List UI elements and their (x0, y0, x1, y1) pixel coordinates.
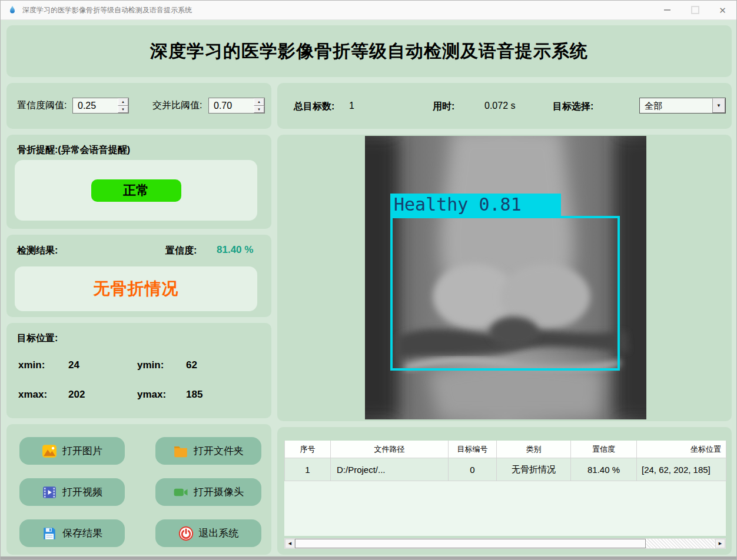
results-table: 序号 文件路径 目标编号 类别 置信度 坐标位置 1 D:/Project/..… (284, 441, 726, 481)
xray-image: Healthy 0.81 (365, 136, 646, 419)
power-icon (178, 526, 194, 541)
xmax-label: xmax: (18, 389, 47, 401)
confidence-threshold-spinner[interactable]: 0.25 ▲ ▼ (72, 98, 129, 114)
stats-panel: 总目标数: 1 用时: 0.072 s 目标选择: 全部 ▼ (277, 83, 732, 129)
page-title: 深度学习的医学影像骨折等级自动检测及语音提示系统 (150, 39, 588, 64)
open-image-button[interactable]: 打开图片 (19, 437, 125, 465)
image-icon (42, 444, 57, 459)
cell-category: 无骨折情况 (497, 458, 571, 481)
video-icon (42, 485, 57, 500)
actions-panel: 打开图片 打开文件夹 打开视频 (6, 424, 271, 555)
folder-icon (173, 444, 188, 459)
detection-result-box: 无骨折情况 (15, 266, 257, 311)
xmin-value: 24 (68, 359, 79, 371)
scrollbar-thumb[interactable] (295, 539, 646, 548)
target-select-dropdown[interactable]: 全部 ▼ (639, 98, 726, 114)
chevron-down-icon[interactable]: ▼ (712, 98, 725, 113)
col-header-confidence: 置信度 (571, 441, 637, 458)
target-position-panel: 目标位置: xmin: 24 ymin: 62 xmax: 202 ymax: … (6, 323, 271, 418)
target-select-value: 全部 (640, 98, 712, 113)
iou-threshold-spinner[interactable]: 0.70 ▲ ▼ (208, 98, 265, 114)
exit-system-label: 退出系统 (199, 526, 239, 540)
xmax-value: 202 (68, 389, 85, 401)
confidence-label: 置信度: (165, 245, 197, 257)
elapsed-time-label: 用时: (433, 101, 454, 113)
cell-filepath: D:/Project/... (331, 458, 449, 481)
scroll-left-icon[interactable]: ◀ (285, 539, 295, 548)
col-header-category: 类别 (497, 441, 571, 458)
open-camera-label: 打开摄像头 (194, 485, 244, 499)
detection-result-text: 无骨折情况 (94, 278, 179, 300)
app-icon (8, 5, 17, 15)
thresholds-panel: 置信度阈值: 0.25 ▲ ▼ 交并比阈值: 0.70 ▲ ▼ (6, 83, 271, 129)
fracture-alert-label: 骨折提醒:(异常会语音提醒) (17, 144, 130, 156)
header-panel: 深度学习的医学影像骨折等级自动检测及语音提示系统 (6, 25, 732, 77)
xmin-label: xmin: (18, 359, 45, 371)
confidence-value: 81.40 % (217, 244, 253, 256)
table-header-row: 序号 文件路径 目标编号 类别 置信度 坐标位置 (285, 441, 726, 458)
total-targets-label: 总目标数: (294, 101, 334, 113)
ymin-label: ymin: (137, 359, 164, 371)
open-camera-button[interactable]: 打开摄像头 (155, 478, 261, 506)
maximize-icon (691, 6, 699, 14)
col-header-target-id: 目标编号 (449, 441, 497, 458)
save-result-label: 保存结果 (62, 526, 102, 540)
cell-confidence: 81.40 % (571, 458, 637, 481)
detection-bounding-box (390, 216, 620, 371)
total-targets-value: 1 (349, 101, 354, 111)
cell-coordinates: [24, 62, 202, 185] (637, 458, 726, 481)
detection-bounding-box-label: Healthy 0.81 (390, 194, 561, 216)
table-row[interactable]: 1 D:/Project/... 0 无骨折情况 81.40 % [24, 62… (285, 458, 726, 481)
exit-system-button[interactable]: 退出系统 (155, 519, 261, 547)
detection-result-panel: 检测结果: 置信度: 81.40 % 无骨折情况 (6, 235, 271, 317)
camera-icon (173, 485, 188, 500)
app-window: 深度学习的医学影像骨折等级自动检测及语音提示系统 ✕ 深度学习的医学影像骨折等级… (0, 0, 737, 560)
col-header-index: 序号 (285, 441, 331, 458)
target-position-label: 目标位置: (17, 332, 58, 345)
cell-target-id: 0 (449, 458, 497, 481)
minimize-button[interactable] (653, 1, 681, 19)
spin-up-icon[interactable]: ▲ (254, 98, 264, 106)
spin-down-icon[interactable]: ▼ (118, 106, 128, 114)
ymax-label: ymax: (137, 389, 166, 401)
save-result-button[interactable]: 保存结果 (19, 519, 125, 547)
ymin-value: 62 (186, 359, 197, 371)
spin-down-icon[interactable]: ▼ (254, 106, 264, 114)
status-badge: 正常 (91, 179, 181, 202)
fracture-alert-box: 正常 (15, 160, 257, 221)
save-icon (42, 526, 57, 541)
close-icon: ✕ (719, 6, 726, 15)
close-button[interactable]: ✕ (709, 1, 736, 19)
minimize-icon (664, 9, 670, 11)
titlebar: 深度学习的医学影像骨折等级自动检测及语音提示系统 ✕ (1, 1, 736, 20)
open-video-label: 打开视频 (62, 485, 102, 499)
window-bottom-edge (1, 556, 736, 559)
ymax-value: 185 (186, 389, 202, 401)
open-image-label: 打开图片 (62, 444, 102, 458)
maximize-button[interactable] (681, 1, 709, 19)
detection-result-label: 检测结果: (17, 245, 58, 257)
results-table-area: 序号 文件路径 目标编号 类别 置信度 坐标位置 1 D:/Project/..… (284, 441, 726, 536)
window-title: 深度学习的医学影像骨折等级自动检测及语音提示系统 (22, 5, 192, 15)
horizontal-scrollbar[interactable]: ◀ ▶ (284, 538, 726, 549)
col-header-coordinates: 坐标位置 (637, 441, 726, 458)
confidence-threshold-value[interactable]: 0.25 (73, 98, 118, 113)
iou-threshold-label: 交并比阈值: (152, 99, 202, 112)
confidence-threshold-label: 置信度阈值: (17, 99, 67, 112)
spin-up-icon[interactable]: ▲ (118, 98, 128, 106)
open-folder-button[interactable]: 打开文件夹 (155, 437, 261, 465)
cell-index: 1 (285, 458, 331, 481)
image-viewer-panel: Healthy 0.81 (277, 135, 732, 421)
iou-threshold-value[interactable]: 0.70 (209, 98, 254, 113)
open-video-button[interactable]: 打开视频 (19, 478, 125, 506)
target-select-label: 目标选择: (553, 101, 593, 113)
elapsed-time-value: 0.072 s (484, 101, 515, 111)
results-table-panel: 序号 文件路径 目标编号 类别 置信度 坐标位置 1 D:/Project/..… (277, 427, 732, 555)
fracture-alert-panel: 骨折提醒:(异常会语音提醒) 正常 (6, 135, 271, 229)
scroll-right-icon[interactable]: ▶ (715, 539, 725, 548)
col-header-filepath: 文件路径 (331, 441, 449, 458)
open-folder-label: 打开文件夹 (194, 444, 244, 458)
